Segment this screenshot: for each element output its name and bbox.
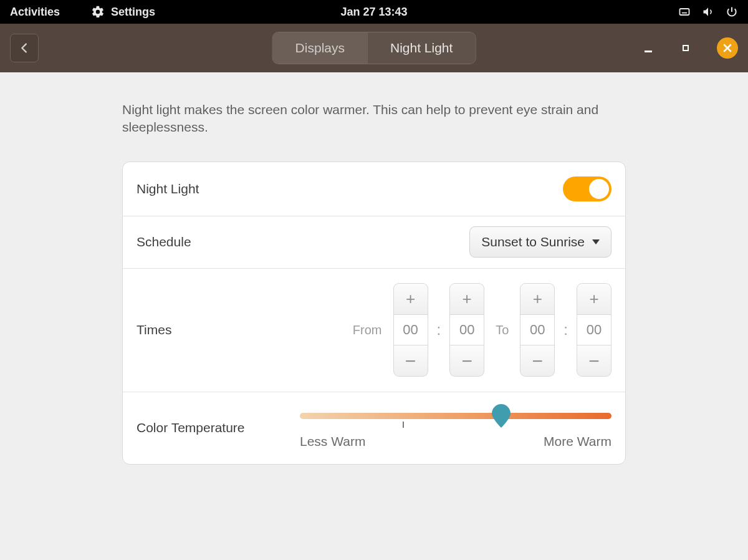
row-schedule: Schedule Sunset to Sunrise [123,216,625,268]
from-hour-plus[interactable]: + [393,283,428,314]
row-night-light: Night Light [123,162,625,216]
slider-thumb[interactable] [492,404,511,428]
to-time-group: + 00 − : + 00 − [520,283,611,377]
window-headerbar: Displays Night Light [0,24,748,72]
switch-knob [589,179,609,199]
to-minute-plus[interactable]: + [577,283,611,314]
activities-button[interactable]: Activities [10,6,60,19]
more-warm-label: More Warm [544,434,611,449]
to-hour-minus[interactable]: − [520,345,555,377]
night-light-switch[interactable] [563,176,611,201]
volume-icon[interactable] [702,6,714,18]
svg-rect-1 [645,51,652,52]
from-hour-spinner: + 00 − [393,283,428,377]
from-time-group: + 00 − : + 00 − [393,283,485,377]
schedule-dropdown[interactable]: Sunset to Sunrise [469,226,611,258]
to-hour-spinner: + 00 − [520,283,555,377]
color-temperature-slider[interactable] [300,407,611,425]
color-temperature-label: Color Temperature [137,420,245,435]
from-hour-value[interactable]: 00 [393,314,428,345]
tab-displays[interactable]: Displays [273,32,367,64]
to-label: To [496,323,509,337]
power-icon[interactable] [726,6,738,18]
schedule-dropdown-value: Sunset to Sunrise [481,234,585,249]
back-button[interactable] [10,34,39,62]
close-icon [722,42,733,54]
tab-night-light[interactable]: Night Light [367,32,475,64]
from-minute-value[interactable]: 00 [449,314,484,345]
chevron-down-icon [592,239,600,244]
to-minute-minus[interactable]: − [577,345,611,377]
row-times: Times From + 00 − : + 00 − To [123,268,625,392]
keyboard-icon[interactable] [678,6,691,18]
to-hour-plus[interactable]: + [520,283,555,314]
from-minute-minus[interactable]: − [449,345,484,377]
to-minute-spinner: + 00 − [577,283,611,377]
to-minute-value[interactable]: 00 [577,314,611,345]
gear-icon [91,5,105,19]
close-button[interactable] [717,37,738,59]
to-hour-value[interactable]: 00 [520,314,555,345]
slider-track [300,413,611,419]
night-light-label: Night Light [137,181,199,196]
maximize-button[interactable] [679,42,692,54]
from-label: From [353,323,382,337]
colon-sep: : [437,321,441,339]
slider-tick [403,422,404,428]
less-warm-label: Less Warm [300,434,365,449]
from-minute-spinner: + 00 − [449,283,484,377]
row-color-temperature: Color Temperature Less Warm More Warm [123,392,625,464]
times-label: Times [137,322,171,337]
topbar-current-app[interactable]: Settings [91,5,155,19]
settings-panel: Night Light Schedule Sunset to Sunrise T… [122,162,626,465]
colon-sep: : [563,321,568,339]
intro-text: Night light makes the screen color warme… [122,101,626,137]
maximize-icon [683,45,689,51]
header-tabs: Displays Night Light [272,32,476,64]
schedule-label: Schedule [137,234,191,249]
times-controls: From + 00 − : + 00 − To [353,283,611,377]
svg-rect-0 [680,9,689,15]
from-hour-minus[interactable]: − [393,345,428,377]
from-minute-plus[interactable]: + [449,283,484,314]
topbar-datetime[interactable]: Jan 27 13:43 [340,6,407,19]
minimize-button[interactable] [642,42,654,54]
topbar-app-name: Settings [111,6,155,19]
